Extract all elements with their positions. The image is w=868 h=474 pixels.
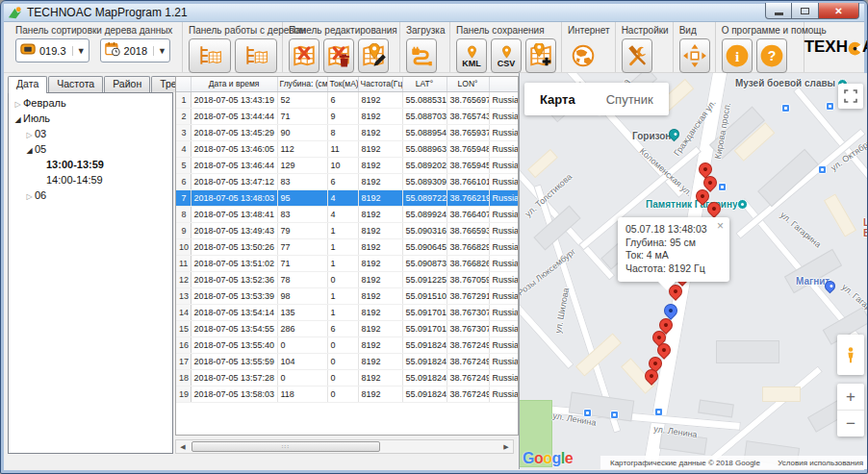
tab-Район[interactable]: Район (104, 76, 150, 92)
column-header-Район[interactable]: Район (489, 77, 519, 91)
table-row[interactable]: 192018-07-05 13:58:031180819255.09182438… (176, 386, 519, 402)
map-marker[interactable] (699, 162, 712, 176)
help-button[interactable]: ? (756, 38, 787, 73)
map-marker[interactable] (707, 202, 721, 215)
map-marker[interactable] (645, 369, 658, 383)
about-button[interactable]: i (722, 38, 753, 73)
table-cell: 71 (277, 108, 327, 124)
column-header-Ток(мА)[interactable]: Ток(мА) (327, 77, 358, 91)
map-button[interactable]: Карта (524, 92, 591, 107)
zoom-in-button[interactable]: + (837, 384, 864, 411)
fullscreen-button[interactable] (838, 84, 863, 109)
column-header-Глубина: (см)[interactable]: Глубина: (см) (277, 77, 327, 91)
table-cell: 0 (277, 337, 327, 353)
table-row[interactable]: 112018-07-05 13:51:02711819255.09087338.… (176, 255, 519, 271)
table-row[interactable]: 32018-07-05 13:45:29908819255.08895438.7… (176, 124, 519, 140)
table-row[interactable]: 152018-07-05 13:54:552866819255.09170138… (176, 320, 519, 337)
delete-point-button[interactable] (289, 38, 319, 73)
google-logo[interactable]: Google (523, 450, 573, 467)
table-cell: 14 (176, 304, 191, 320)
map-marker[interactable] (657, 343, 671, 357)
table-cell: 55.091225 (402, 271, 447, 287)
usb-load-button[interactable] (406, 38, 437, 73)
table-row[interactable]: 82018-07-05 13:48:41834819255.08992438.7… (176, 206, 519, 222)
table-row[interactable]: 42018-07-05 13:46:0511211819255.08896338… (176, 140, 519, 157)
table-cell: 8 (327, 124, 358, 140)
data-tree[interactable]: ▷Февраль◢Июль▷03◢0513:00-13:5914:00-14:5… (8, 92, 173, 454)
table-row[interactable]: 12018-07-05 13:43:19526819255.08853138.7… (176, 91, 519, 108)
scroll-left-button[interactable]: ◀ (176, 440, 190, 453)
tree-item-13:00-13:59[interactable]: 13:00-13:59 (9, 157, 172, 172)
group-label-load: Загрузка (406, 25, 445, 36)
satellite-button[interactable]: Спутник (591, 92, 669, 107)
table-row[interactable]: 182018-07-05 13:57:2800819255.09182438.7… (176, 369, 519, 386)
scrollbar-thumb[interactable]: ∶∶∶ (191, 441, 380, 452)
save-csv-button[interactable]: CSV (491, 38, 522, 73)
tab-Дата[interactable]: Дата (8, 76, 47, 93)
save-kml-button[interactable]: KML (456, 38, 487, 73)
scroll-right-button[interactable]: ▶ (499, 440, 513, 453)
tab-Частота[interactable]: Частота (48, 76, 103, 92)
table-header-row[interactable]: Дата и времяГлубина: (см)Ток(мА)Частота(… (176, 77, 519, 91)
tree-item-14:00-14:59[interactable]: 14:00-14:59 (9, 172, 172, 187)
table-row[interactable]: 172018-07-05 13:55:591040819255.09182438… (176, 353, 519, 369)
column-header-LON°[interactable]: LON° (447, 77, 489, 91)
add-map-button[interactable] (525, 38, 556, 73)
tree-item-03[interactable]: ▷03 (9, 126, 172, 141)
expand-tree-button[interactable] (189, 38, 231, 73)
table-row[interactable]: 132018-07-05 13:53:39981819255.09151038.… (176, 287, 519, 304)
table-horizontal-scrollbar[interactable]: ◀ ∶∶∶ ▶ (175, 439, 514, 454)
internet-globe-button[interactable] (568, 38, 599, 73)
tree-toggle-icon[interactable]: ◢ (13, 112, 23, 128)
table-cell: 2018-07-05 13:50:26 (191, 238, 277, 255)
table-row[interactable]: 92018-07-05 13:49:43791819255.09031638.7… (176, 222, 519, 238)
tree-toggle-icon[interactable]: ◢ (24, 143, 35, 159)
close-button[interactable]: ✕ (818, 3, 859, 19)
column-header-LAT°[interactable]: LAT° (402, 77, 447, 91)
minimize-button[interactable] (765, 3, 792, 19)
close-icon[interactable]: × (717, 221, 724, 231)
map-marker[interactable] (696, 189, 709, 203)
pegman-control[interactable] (837, 335, 864, 375)
table-cell: 11 (327, 140, 358, 157)
delete-all-button[interactable] (323, 38, 354, 73)
map-canvas[interactable]: Кирова просп.Гражданская ул.ул. Октябрьс… (519, 73, 868, 469)
table-row[interactable]: 102018-07-05 13:50:26771819255.09064538.… (176, 238, 519, 255)
table-cell: 55.088954 (402, 124, 447, 140)
tree-item-05[interactable]: ◢05 (9, 141, 172, 157)
table-row[interactable]: 72018-07-05 13:48:03954819255.08972238.7… (176, 189, 519, 206)
table-row[interactable]: 122018-07-05 13:52:36780819255.09122538.… (176, 271, 519, 287)
table-row[interactable]: 62018-07-05 13:47:12836819255.08930938.7… (176, 173, 519, 189)
terms-link[interactable]: Условия использования (778, 459, 863, 467)
table-row[interactable]: 22018-07-05 13:44:44719819255.08870338.7… (176, 108, 519, 124)
column-header-Частота(Гц)[interactable]: Частота(Гц) (358, 77, 402, 91)
selected-map-marker[interactable] (664, 304, 677, 317)
table-cell: 38.767249 (447, 353, 489, 369)
settings-button[interactable] (622, 38, 652, 73)
map-marker[interactable] (659, 318, 673, 332)
zoom-out-button[interactable]: − (837, 411, 864, 437)
tree-item-Февраль[interactable]: ▷Февраль (9, 95, 172, 111)
column-header-Дата и время[interactable]: Дата и время (191, 77, 277, 91)
map-marker[interactable] (703, 176, 717, 189)
maximize-button[interactable] (792, 3, 818, 19)
table-row[interactable]: 162018-07-05 13:55:4000819255.09182438.7… (176, 337, 519, 353)
table-cell: 55.090873 (402, 255, 447, 271)
table-row[interactable]: 142018-07-05 13:54:141351819255.09170138… (176, 304, 519, 320)
tree-item-06[interactable]: ▷06 (9, 187, 172, 203)
title-bar[interactable]: TECHNOAC MapProgram 1.21 ✕ (4, 4, 864, 22)
device-dropdown[interactable]: 019.3 ▼ (15, 38, 89, 62)
table-cell: 79 (277, 222, 327, 238)
table-cell: 2018-07-05 13:46:05 (191, 140, 277, 157)
data-table[interactable]: Дата и времяГлубина: (см)Ток(мА)Частота(… (175, 76, 519, 436)
tree-item-Июль[interactable]: ◢Июль (9, 111, 172, 126)
view-pan-button[interactable] (679, 38, 710, 73)
table-cell: 8192 (358, 124, 402, 140)
year-dropdown[interactable]: 2018 ▼ (100, 38, 170, 62)
column-header-row-number[interactable] (176, 77, 191, 91)
table-row[interactable]: 52018-07-05 13:46:4412910819255.08920238… (176, 157, 519, 173)
tree-toggle-icon[interactable]: ▷ (24, 189, 35, 205)
edit-point-button[interactable] (358, 38, 389, 73)
collapse-tree-button[interactable] (235, 38, 277, 73)
svg-text:i: i (735, 48, 739, 64)
